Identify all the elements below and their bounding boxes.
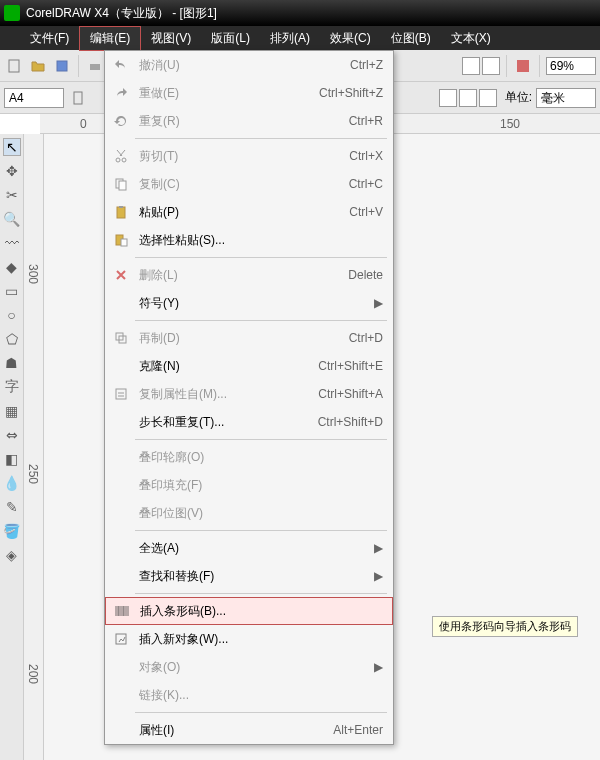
- svg-rect-9: [117, 207, 125, 218]
- barcode-icon: [110, 603, 134, 619]
- insert-object-icon: [109, 631, 133, 647]
- shortcut-label: Ctrl+X: [349, 149, 389, 163]
- menu-5[interactable]: 效果(C): [320, 27, 381, 50]
- menu-item-25[interactable]: 插入新对象(W)...: [105, 625, 393, 653]
- dimension-icon[interactable]: ⇔: [3, 426, 21, 444]
- text-tool-icon[interactable]: 字: [3, 378, 21, 396]
- svg-point-6: [122, 158, 126, 162]
- paper-size-combo[interactable]: A4: [4, 88, 64, 108]
- open-icon[interactable]: [28, 56, 48, 76]
- menu-item-label: 剪切(T): [133, 148, 349, 165]
- unit-combo[interactable]: 毫米: [536, 88, 596, 108]
- menu-item-26: 对象(O)▶: [105, 653, 393, 681]
- menu-item-6[interactable]: 粘贴(P)Ctrl+V: [105, 198, 393, 226]
- svg-rect-10: [119, 206, 123, 208]
- menu-6[interactable]: 位图(B): [381, 27, 441, 50]
- menu-item-9: 删除(L)Delete: [105, 261, 393, 289]
- duplicate-icon: [109, 330, 133, 346]
- titlebar: CorelDRAW X4（专业版） - [图形1]: [0, 0, 600, 26]
- menu-7[interactable]: 文本(X): [441, 27, 501, 50]
- save-icon[interactable]: [52, 56, 72, 76]
- menu-item-29[interactable]: 属性(I)Alt+Enter: [105, 716, 393, 744]
- crop-tool-icon[interactable]: ✂: [3, 186, 21, 204]
- menu-2[interactable]: 视图(V): [141, 27, 201, 50]
- print-icon[interactable]: [85, 56, 105, 76]
- menu-item-label: 全选(A): [133, 540, 374, 557]
- svg-rect-0: [9, 60, 19, 72]
- menu-item-label: 叠印位图(V): [133, 505, 389, 522]
- shortcut-label: Ctrl+V: [349, 205, 389, 219]
- menu-item-label: 粘贴(P): [133, 204, 349, 221]
- rectangle-tool-icon[interactable]: ▭: [3, 282, 21, 300]
- menu-1[interactable]: 编辑(E): [79, 26, 141, 51]
- svg-rect-8: [119, 181, 126, 190]
- shortcut-label: Ctrl+Shift+A: [318, 387, 389, 401]
- menu-item-label: 复制(C): [133, 176, 349, 193]
- menu-item-21[interactable]: 全选(A)▶: [105, 534, 393, 562]
- svg-rect-1: [57, 61, 67, 71]
- svg-rect-4: [74, 92, 82, 104]
- menu-4[interactable]: 排列(A): [260, 27, 320, 50]
- menu-item-label: 链接(K)...: [133, 687, 389, 704]
- interactive-tool-icon[interactable]: ◧: [3, 450, 21, 468]
- shortcut-label: Ctrl+R: [349, 114, 389, 128]
- menu-item-14: 复制属性自(M)...Ctrl+Shift+A: [105, 380, 393, 408]
- menu-item-7[interactable]: 选择性粘贴(S)...: [105, 226, 393, 254]
- table-tool-icon[interactable]: ▦: [3, 402, 21, 420]
- menu-item-label: 克隆(N): [133, 358, 318, 375]
- edit-menu-dropdown: 撤消(U)Ctrl+Z重做(E)Ctrl+Shift+Z重复(R)Ctrl+R剪…: [104, 50, 394, 745]
- pick-tool-icon[interactable]: ↖: [3, 138, 21, 156]
- orientation-icon[interactable]: [68, 88, 88, 108]
- snap-options[interactable]: [462, 57, 500, 75]
- align-boxes[interactable]: [439, 89, 497, 107]
- submenu-arrow-icon: ▶: [374, 296, 389, 310]
- ellipse-tool-icon[interactable]: ○: [3, 306, 21, 324]
- freehand-tool-icon[interactable]: 〰: [3, 234, 21, 252]
- shortcut-label: Ctrl+D: [349, 331, 389, 345]
- submenu-arrow-icon: ▶: [374, 660, 389, 674]
- shortcut-label: Ctrl+Shift+D: [318, 415, 389, 429]
- smart-fill-icon[interactable]: ◆: [3, 258, 21, 276]
- delete-icon: [109, 267, 133, 283]
- zoom-tool-icon[interactable]: 🔍: [3, 210, 21, 228]
- color-swatch-icon[interactable]: [513, 56, 533, 76]
- menu-item-19: 叠印位图(V): [105, 499, 393, 527]
- fill-tool-icon[interactable]: 🪣: [3, 522, 21, 540]
- cut-icon: [109, 148, 133, 164]
- repeat-icon: [109, 113, 133, 129]
- zoom-input[interactable]: 69%: [546, 57, 596, 75]
- menu-0[interactable]: 文件(F): [20, 27, 79, 50]
- menu-item-24[interactable]: 插入条形码(B)...: [105, 597, 393, 625]
- app-logo-icon: [4, 5, 20, 21]
- menu-item-label: 插入条形码(B)...: [134, 603, 388, 620]
- menu-item-15[interactable]: 步长和重复(T)...Ctrl+Shift+D: [105, 408, 393, 436]
- eyedropper-icon[interactable]: 💧: [3, 474, 21, 492]
- svg-rect-3: [517, 60, 529, 72]
- svg-rect-12: [121, 239, 127, 246]
- copy-icon: [109, 176, 133, 192]
- shape-tool-icon[interactable]: ✥: [3, 162, 21, 180]
- menu-item-27: 链接(K)...: [105, 681, 393, 709]
- svg-rect-2: [90, 64, 100, 70]
- polygon-tool-icon[interactable]: ⬠: [3, 330, 21, 348]
- shortcut-label: Alt+Enter: [333, 723, 389, 737]
- shortcut-label: Ctrl+C: [349, 177, 389, 191]
- new-icon[interactable]: [4, 56, 24, 76]
- menu-item-13[interactable]: 克隆(N)Ctrl+Shift+E: [105, 352, 393, 380]
- basic-shapes-icon[interactable]: ☗: [3, 354, 21, 372]
- menu-item-label: 删除(L): [133, 267, 348, 284]
- shortcut-label: Ctrl+Shift+E: [318, 359, 389, 373]
- menu-item-12: 再制(D)Ctrl+D: [105, 324, 393, 352]
- menu-item-label: 叠印轮廓(O): [133, 449, 389, 466]
- menu-item-10[interactable]: 符号(Y)▶: [105, 289, 393, 317]
- menu-item-label: 插入新对象(W)...: [133, 631, 389, 648]
- menu-item-17: 叠印轮廓(O): [105, 443, 393, 471]
- menu-item-1: 重做(E)Ctrl+Shift+Z: [105, 79, 393, 107]
- menu-item-22[interactable]: 查找和替换(F)▶: [105, 562, 393, 590]
- menu-item-label: 属性(I): [133, 722, 333, 739]
- menu-item-label: 叠印填充(F): [133, 477, 389, 494]
- menu-3[interactable]: 版面(L): [201, 27, 260, 50]
- menu-item-label: 步长和重复(T)...: [133, 414, 318, 431]
- outline-tool-icon[interactable]: ✎: [3, 498, 21, 516]
- interactive-fill-icon[interactable]: ◈: [3, 546, 21, 564]
